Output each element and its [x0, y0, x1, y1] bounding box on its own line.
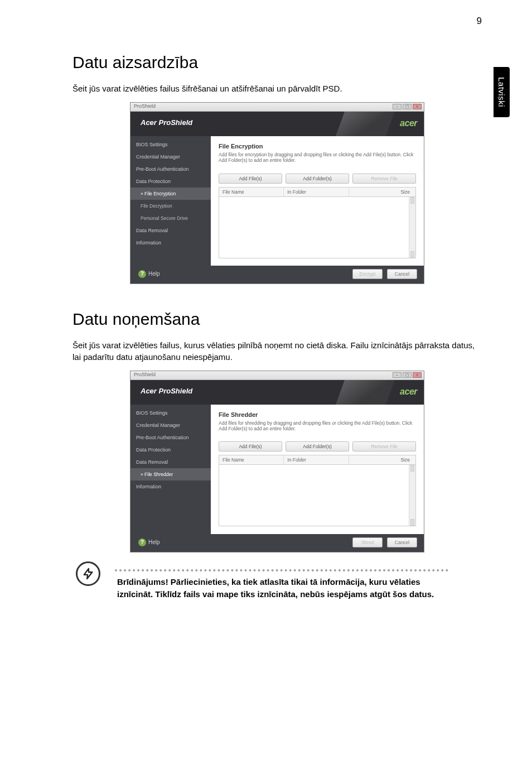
add-folders-button[interactable]: Add Folder(s): [286, 441, 349, 451]
remove-file-button[interactable]: Remove File: [352, 441, 416, 451]
sidebar-item[interactable]: Credential Manager: [130, 151, 211, 163]
sidebar-item[interactable]: » File Encryption: [130, 188, 211, 200]
sidebar-item[interactable]: Data Protection: [130, 175, 211, 188]
window-footer: ?Help Encrypt Cancel: [130, 266, 424, 284]
help-link[interactable]: ?Help: [138, 270, 160, 278]
screenshot-file-shredder: ProShield – ▢ x Acer ProShield acer BIOS…: [130, 371, 424, 552]
maximize-icon[interactable]: ▢: [403, 104, 412, 109]
col-size: Size: [349, 455, 415, 464]
warning-note: Brīdinājums! Pārliecinieties, ka tiek at…: [72, 569, 482, 600]
svg-marker-0: [84, 569, 93, 579]
file-table-body: [219, 465, 416, 526]
window-titlebar: ProShield – ▢ x: [130, 103, 424, 112]
col-file-name: File Name: [219, 188, 284, 196]
window-title: ProShield: [134, 372, 156, 377]
encrypt-button[interactable]: Encrypt: [352, 269, 383, 279]
brand-logo: acer: [400, 387, 417, 397]
app-banner: Acer ProShield acer: [130, 112, 424, 136]
panel-title: File Shredder: [219, 411, 416, 418]
window-footer: ?Help Shred Cancel: [130, 534, 424, 552]
panel-title: File Encryption: [219, 143, 416, 150]
sidebar-item[interactable]: Personal Secure Drive: [130, 212, 211, 224]
minimize-icon[interactable]: –: [393, 372, 402, 378]
sidebar-item[interactable]: Information: [130, 237, 211, 249]
minimize-icon[interactable]: –: [393, 104, 402, 109]
scrollbar[interactable]: [409, 197, 415, 258]
banner-decoration: [335, 380, 396, 405]
add-files-button[interactable]: Add File(s): [219, 174, 282, 184]
section-intro-removal: Šeit jūs varat izvēlēties failus, kurus …: [72, 340, 482, 363]
warning-divider: [115, 569, 448, 571]
panel-description: Add files for shredding by dragging and …: [219, 420, 416, 431]
window-titlebar: ProShield – ▢ x: [130, 371, 424, 380]
file-table-body: [219, 197, 416, 258]
col-size: Size: [349, 188, 415, 196]
section-heading-protection: Datu aizsardzība: [72, 53, 482, 72]
window-title: ProShield: [134, 103, 156, 109]
file-table-header: File Name In Folder Size: [219, 455, 416, 465]
sidebar-item[interactable]: BIOS Settings: [130, 407, 211, 419]
sidebar-item[interactable]: Credential Manager: [130, 419, 211, 431]
help-icon: ?: [138, 539, 146, 546]
cancel-button[interactable]: Cancel: [387, 269, 417, 279]
sidebar-item[interactable]: Data Protection: [130, 444, 211, 456]
panel-description: Add files for encryption by dragging and…: [219, 152, 416, 163]
sidebar-nav: BIOS SettingsCredential ManagerPre-Boot …: [130, 136, 211, 266]
help-icon: ?: [138, 270, 146, 278]
window-controls: – ▢ x: [393, 372, 422, 378]
add-folders-button[interactable]: Add Folder(s): [286, 174, 349, 184]
add-files-button[interactable]: Add File(s): [219, 441, 282, 451]
section-heading-removal: Datu noņemšana: [72, 310, 482, 329]
sidebar-item[interactable]: » File Shredder: [130, 468, 211, 480]
cancel-button[interactable]: Cancel: [387, 537, 417, 547]
col-file-name: File Name: [219, 455, 284, 464]
close-icon[interactable]: x: [413, 104, 422, 109]
sidebar-item[interactable]: File Decryption: [130, 200, 211, 212]
shred-button[interactable]: Shred: [352, 537, 383, 547]
scrollbar[interactable]: [409, 465, 415, 526]
language-side-tab: Latviski: [494, 67, 510, 117]
brand-logo: acer: [400, 118, 417, 128]
remove-file-button[interactable]: Remove File: [352, 174, 416, 184]
app-banner: Acer ProShield acer: [130, 380, 424, 405]
file-table-header: File Name In Folder Size: [219, 187, 416, 197]
help-link[interactable]: ?Help: [138, 539, 160, 546]
screenshot-file-encryption: ProShield – ▢ x Acer ProShield acer BIOS…: [130, 102, 424, 284]
app-banner-title: Acer ProShield: [141, 118, 192, 127]
maximize-icon[interactable]: ▢: [403, 372, 412, 378]
warning-lightning-icon: [76, 561, 100, 586]
sidebar-nav: BIOS SettingsCredential ManagerPre-Boot …: [130, 405, 211, 534]
col-in-folder: In Folder: [284, 188, 349, 196]
col-in-folder: In Folder: [284, 455, 349, 464]
sidebar-item[interactable]: Data Removal: [130, 224, 211, 237]
window-controls: – ▢ x: [393, 104, 422, 109]
sidebar-item[interactable]: Data Removal: [130, 456, 211, 468]
app-banner-title: Acer ProShield: [141, 387, 192, 395]
page-number: 9: [477, 16, 482, 27]
sidebar-item[interactable]: BIOS Settings: [130, 138, 211, 151]
warning-text: Brīdinājums! Pārliecinieties, ka tiek at…: [117, 576, 482, 600]
banner-decoration: [335, 112, 396, 136]
sidebar-item[interactable]: Pre-Boot Authentication: [130, 431, 211, 444]
close-icon[interactable]: x: [413, 372, 422, 378]
section-intro-protection: Šeit jūs varat izvēlēties failus šifrēša…: [72, 83, 482, 94]
sidebar-item[interactable]: Pre-Boot Authentication: [130, 163, 211, 175]
sidebar-item[interactable]: Information: [130, 480, 211, 493]
